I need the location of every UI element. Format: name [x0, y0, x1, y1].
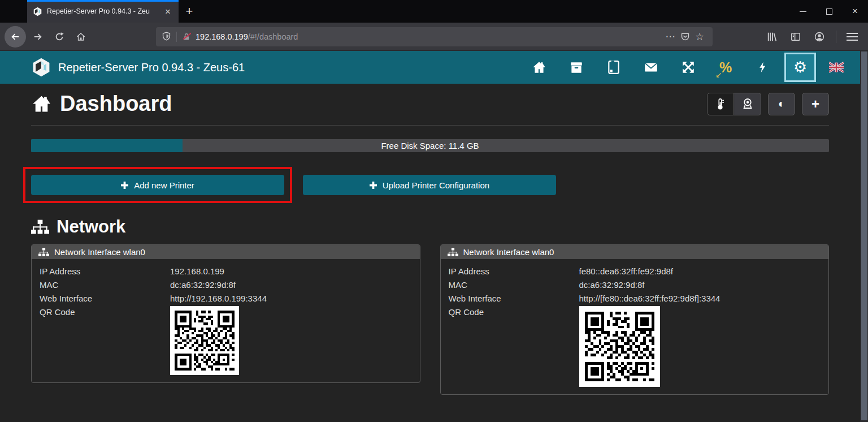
- network-card-header: Network Interface wlan0: [441, 245, 829, 259]
- tracking-shield-icon[interactable]: [162, 32, 171, 41]
- page-scrollbar[interactable]: [860, 51, 868, 422]
- home-button[interactable]: [71, 27, 90, 46]
- qr-code-image: [579, 306, 660, 387]
- new-tab-button[interactable]: +: [179, 0, 200, 23]
- webcam-icon: [741, 98, 754, 110]
- home-icon: [31, 93, 52, 114]
- thermometer-icon: [714, 98, 727, 110]
- upload-printer-configuration-button[interactable]: Upload Printer Configuration: [303, 175, 556, 195]
- network-card-wlan0-ipv6: Network Interface wlan0 IP Address fe80:…: [440, 244, 830, 395]
- network-card-wlan0-ipv4: Network Interface wlan0 IP Address 192.1…: [31, 244, 420, 383]
- reload-button[interactable]: [50, 27, 69, 46]
- home-outline-icon: [76, 32, 86, 42]
- sitemap-icon: [31, 219, 49, 234]
- printer-box-icon: [569, 60, 584, 75]
- qr-code-image: [170, 306, 239, 375]
- nav-messages-button[interactable]: [635, 53, 667, 82]
- ip-address-row: IP Address fe80::dea6:32ff:fe92:9d8f: [449, 265, 821, 278]
- mac-value: dc:a6:32:92:9d:8f: [579, 278, 645, 292]
- lightning-bolt-icon: [757, 60, 769, 75]
- tablet-icon: [606, 60, 621, 75]
- contrast-icon: ◐: [778, 97, 785, 110]
- account-button[interactable]: [810, 27, 829, 46]
- library-button[interactable]: [762, 27, 782, 46]
- app-header: Repetier-Server Pro 0.94.3 - Zeus-61 %↙: [0, 51, 860, 84]
- temperature-view-button[interactable]: [707, 93, 734, 115]
- menu-icon: [847, 33, 858, 34]
- network-section-title: Network: [31, 217, 829, 237]
- add-button[interactable]: +: [802, 93, 829, 115]
- app-title: Repetier-Server Pro 0.94.3 - Zeus-61: [58, 61, 245, 74]
- nav-printers-button[interactable]: [561, 53, 592, 82]
- plus-icon: +: [811, 97, 819, 111]
- envelope-icon: [644, 60, 658, 75]
- view-toggle-group: [707, 93, 761, 115]
- menu-button[interactable]: [847, 33, 858, 41]
- network-card-header: Network Interface wlan0: [32, 245, 420, 259]
- library-icon: [767, 32, 777, 42]
- disk-space-label: Free Disk Space: 11.4 GB: [31, 139, 829, 152]
- sitemap-icon: [448, 248, 458, 256]
- sidebar-toggle-button[interactable]: [786, 27, 805, 46]
- browser-tab[interactable]: Repetier-Server Pro 0.94.3 - Zeu ×: [27, 0, 179, 23]
- web-interface-value: http://[fe80::dea6:32ff:fe92:9d8f]:3344: [579, 292, 721, 305]
- browser-toolbar: 192.168.0.199/#!/dashboard ⋯ ☆: [0, 23, 868, 51]
- insecure-lock-icon[interactable]: [182, 32, 191, 41]
- bookmark-star-icon[interactable]: ☆: [692, 31, 707, 43]
- urlbar-divider: [176, 32, 177, 42]
- web-interface-row: Web Interface http://[fe80::dea6:32ff:fe…: [449, 292, 821, 305]
- add-new-printer-button[interactable]: Add new Printer: [31, 175, 284, 195]
- nav-home-button[interactable]: [523, 53, 555, 82]
- web-interface-row: Web Interface http://192.168.0.199:3344: [40, 292, 412, 305]
- maximize-button[interactable]: [816, 0, 842, 23]
- account-icon: [814, 32, 824, 42]
- mac-value: dc:a6:32:92:9d:8f: [170, 278, 236, 292]
- back-arrow-icon: [10, 32, 20, 42]
- repetier-favicon-icon: [33, 7, 42, 16]
- expand-arrows-icon: [681, 60, 696, 75]
- nav-language-button[interactable]: [821, 53, 852, 82]
- nav-fullscreen-button[interactable]: [672, 53, 704, 82]
- pocket-icon[interactable]: [678, 32, 692, 41]
- back-button[interactable]: [5, 26, 26, 48]
- qr-code-row: QR Code: [40, 305, 412, 375]
- forward-button[interactable]: [28, 27, 47, 46]
- toolbar-right-icons: [762, 27, 863, 46]
- forward-arrow-icon: [33, 32, 43, 42]
- nav-touch-ui-button[interactable]: [598, 53, 630, 82]
- page-actions-icon[interactable]: ⋯: [663, 31, 678, 42]
- nav-usage-button[interactable]: %↙: [710, 53, 741, 82]
- repetier-logo-icon: [31, 57, 51, 77]
- close-button[interactable]: ×: [842, 0, 868, 23]
- gear-icon: ⚙: [793, 60, 807, 75]
- theme-contrast-button[interactable]: ◐: [768, 93, 795, 115]
- url-path: /#!/dashboard: [248, 32, 298, 41]
- maximize-icon: [826, 8, 832, 15]
- home-icon: [532, 60, 546, 75]
- nav-settings-button-active[interactable]: ⚙: [784, 53, 816, 82]
- nav-power-button[interactable]: [747, 53, 779, 82]
- active-tab-stripe: [27, 0, 179, 2]
- mac-row: MAC dc:a6:32:92:9d:8f: [40, 278, 412, 292]
- reload-icon: [54, 32, 64, 42]
- plus-icon: [370, 182, 377, 189]
- web-interface-value: http://192.168.0.199:3344: [170, 292, 267, 305]
- tab-title: Repetier-Server Pro 0.94.3 - Zeu: [47, 7, 163, 15]
- toolbar-divider: [836, 31, 836, 43]
- qr-code-row: QR Code: [449, 305, 821, 387]
- page-title: Dashboard: [31, 92, 172, 116]
- scrollbar-thumb[interactable]: [861, 51, 867, 420]
- sitemap-icon: [38, 248, 49, 256]
- ip-address-value: 192.168.0.199: [170, 265, 224, 278]
- url-bar[interactable]: 192.168.0.199/#!/dashboard ⋯ ☆: [156, 27, 713, 46]
- disk-space-bar: Free Disk Space: 11.4 GB: [31, 139, 829, 152]
- tab-close-icon[interactable]: ×: [163, 6, 173, 18]
- dashboard-content: Dashboard ◐ +: [0, 84, 860, 395]
- ip-address-row: IP Address 192.168.0.199: [40, 265, 412, 278]
- window-controls: ×: [790, 0, 868, 23]
- webcam-view-button[interactable]: [734, 93, 761, 115]
- window-titlebar: Repetier-Server Pro 0.94.3 - Zeu × + ×: [0, 0, 868, 23]
- minimize-button[interactable]: [790, 0, 816, 23]
- url-host: 192.168.0.199: [196, 32, 248, 41]
- dashboard-toolbar: ◐ +: [707, 93, 829, 115]
